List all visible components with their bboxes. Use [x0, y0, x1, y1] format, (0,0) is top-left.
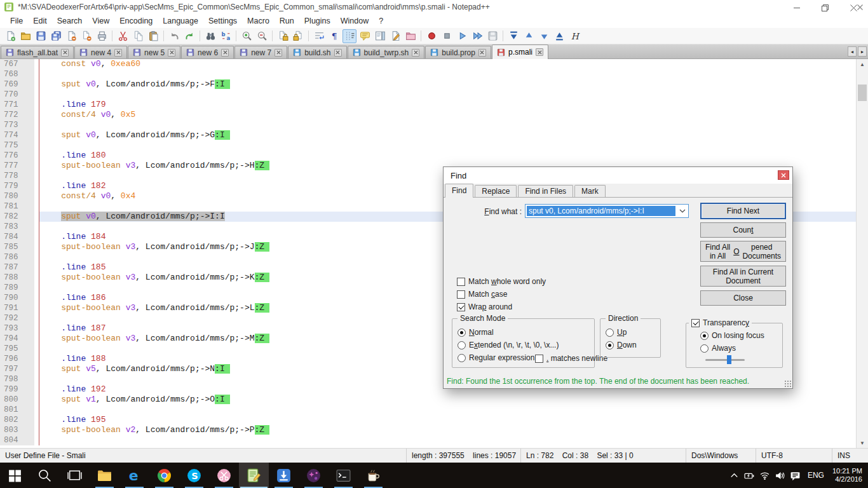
line-number[interactable]: 783: [0, 222, 34, 232]
fold-margin[interactable]: [34, 100, 39, 110]
checkbox-icon[interactable]: [535, 355, 543, 363]
checkbox-checked-icon[interactable]: [691, 319, 700, 327]
checkbox-checked-icon[interactable]: [457, 303, 465, 311]
fold-margin[interactable]: [34, 273, 39, 283]
fold-margin[interactable]: [34, 323, 39, 334]
fold-margin[interactable]: [34, 283, 39, 293]
play-macro-icon[interactable]: [455, 29, 469, 43]
find-icon[interactable]: [203, 29, 217, 43]
wifi-icon[interactable]: [757, 463, 773, 488]
line-number[interactable]: 799: [0, 384, 34, 395]
new-file-icon[interactable]: [3, 29, 17, 43]
save-all-icon[interactable]: [49, 29, 63, 43]
line-number[interactable]: 797: [0, 364, 34, 374]
paste-icon[interactable]: [146, 29, 160, 43]
line-number[interactable]: 767: [0, 59, 34, 69]
fold-margin[interactable]: [34, 59, 39, 69]
line-number[interactable]: 769: [0, 79, 34, 90]
search-mode-regex-radio[interactable]: Regular expression: [458, 353, 534, 362]
line-number[interactable]: 778: [0, 171, 34, 181]
checkbox-icon[interactable]: [457, 290, 465, 299]
fold-margin[interactable]: [34, 384, 39, 395]
menu-window[interactable]: Window: [336, 15, 374, 27]
line-number[interactable]: 784: [0, 232, 34, 242]
run-macro-multiple-icon[interactable]: [470, 29, 484, 43]
radio-selected-icon[interactable]: [606, 341, 614, 349]
save-file-icon[interactable]: [34, 29, 48, 43]
fold-margin[interactable]: [34, 161, 39, 171]
line-number[interactable]: 803: [0, 425, 34, 435]
radio-icon[interactable]: [700, 344, 709, 353]
find-dialog-tab-find[interactable]: Find: [445, 184, 473, 198]
search-mode-extended-radio[interactable]: Extended (\n, \r, \t, \0, \x...): [458, 341, 559, 349]
menu-language[interactable]: Language: [158, 15, 203, 27]
fold-margin[interactable]: [34, 242, 39, 252]
fold-margin[interactable]: [34, 171, 39, 181]
tab-build-prop[interactable]: build.prop: [425, 46, 491, 58]
document-map-icon[interactable]: [373, 29, 387, 43]
save-macro-icon[interactable]: [485, 29, 499, 43]
menu-run[interactable]: Run: [275, 15, 299, 27]
transparency-slider[interactable]: [705, 359, 745, 361]
tab-scroll-right-icon[interactable]: ▸: [858, 46, 867, 57]
sync-vertical-scroll-icon[interactable]: [276, 29, 290, 43]
tab-close-icon[interactable]: [334, 49, 342, 57]
wrap-around-checkbox[interactable]: Wrap around: [457, 302, 512, 311]
close-all-icon[interactable]: [79, 29, 93, 43]
collapse-all-folds-icon[interactable]: [506, 29, 520, 43]
line-number[interactable]: 777: [0, 161, 34, 171]
taskbar-start-icon[interactable]: [0, 463, 30, 488]
line-number[interactable]: 798: [0, 374, 34, 384]
menu-view[interactable]: View: [87, 15, 114, 27]
line-number[interactable]: 804: [0, 435, 34, 445]
fold-margin[interactable]: [34, 425, 39, 435]
line-number[interactable]: 788: [0, 273, 34, 283]
find-dialog-tab-mark[interactable]: Mark: [574, 185, 606, 197]
undo-icon[interactable]: [167, 29, 181, 43]
indent-guide-icon[interactable]: [342, 29, 356, 43]
find-what-combobox[interactable]: sput v0, Lcom/android/mms/p;->I:I: [525, 204, 689, 218]
radio-icon[interactable]: [458, 354, 466, 362]
fold-margin[interactable]: [34, 415, 39, 425]
tab-close-icon[interactable]: [536, 48, 543, 56]
fold-margin[interactable]: [34, 293, 39, 303]
taskbar-clock[interactable]: 10:21 PM 4/2/2016: [829, 467, 868, 484]
status-encoding[interactable]: UTF-8: [756, 449, 832, 463]
direction-up-radio[interactable]: Up: [606, 328, 627, 337]
editor-vertical-scrollbar[interactable]: ▲ ▼: [856, 59, 868, 448]
line-number[interactable]: 781: [0, 201, 34, 212]
find-dialog-titlebar[interactable]: Find: [444, 167, 792, 184]
fold-margin[interactable]: [34, 151, 39, 161]
fold-margin[interactable]: [34, 405, 39, 415]
fold-margin[interactable]: [34, 374, 39, 384]
line-number[interactable]: 780: [0, 191, 34, 201]
uncollapse-all-folds-icon[interactable]: [552, 29, 566, 43]
tab-build-sh[interactable]: build.sh: [288, 46, 346, 58]
tab-new-5[interactable]: new 5: [128, 46, 180, 58]
resize-grip[interactable]: [784, 380, 791, 387]
match-whole-word-checkbox[interactable]: Match whole word only: [457, 277, 546, 286]
fold-margin[interactable]: [34, 364, 39, 374]
stop-macro-icon[interactable]: [440, 29, 454, 43]
checkbox-icon[interactable]: [457, 278, 465, 286]
line-number[interactable]: 786: [0, 252, 34, 262]
line-number[interactable]: 800: [0, 395, 34, 405]
fold-margin[interactable]: [34, 90, 39, 100]
line-number[interactable]: 771: [0, 100, 34, 110]
taskbar-notepad-plus-plus-icon[interactable]: [239, 463, 269, 488]
fold-margin[interactable]: [34, 395, 39, 405]
line-number[interactable]: 782: [0, 212, 34, 222]
line-number[interactable]: 787: [0, 262, 34, 273]
tab-close-icon[interactable]: [168, 49, 175, 57]
taskbar-file-explorer-icon[interactable]: [90, 463, 119, 488]
sync-horizontal-scroll-icon[interactable]: [291, 29, 305, 43]
replace-icon[interactable]: ba: [219, 29, 233, 43]
fold-margin[interactable]: [34, 110, 39, 120]
fold-margin[interactable]: [34, 354, 39, 364]
taskbar-skype-icon[interactable]: S: [179, 463, 209, 488]
matches-newline-checkbox[interactable]: . matches newline: [535, 354, 607, 363]
taskbar-download-app-icon[interactable]: [269, 463, 299, 488]
taskbar-edge-icon[interactable]: e: [119, 463, 149, 488]
menu-edit[interactable]: Edit: [28, 15, 52, 27]
line-number[interactable]: 789: [0, 283, 34, 293]
